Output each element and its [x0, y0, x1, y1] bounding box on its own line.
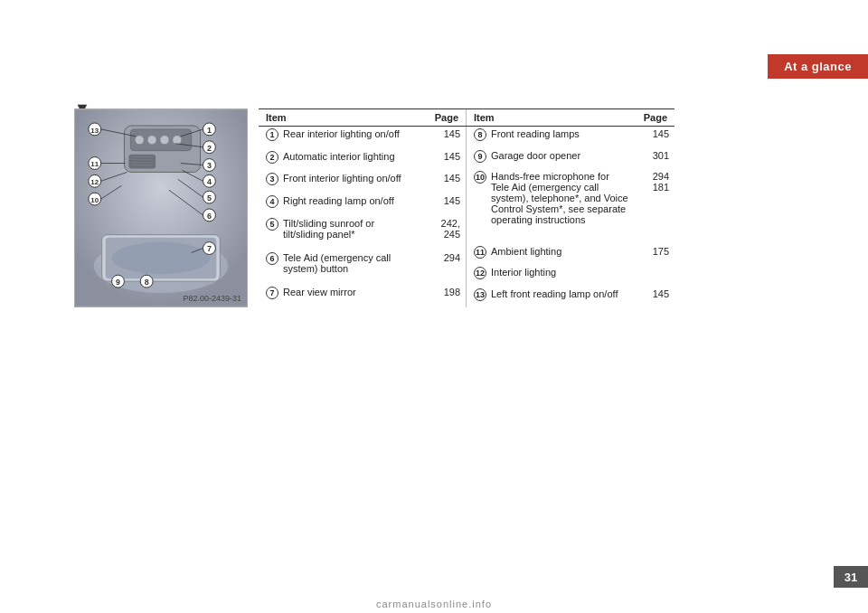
item-cell: 8Front reading lamps: [467, 127, 637, 143]
table-row: 7Rear view mirror198: [259, 285, 467, 307]
section-banner: At a glance: [768, 54, 868, 79]
page-cell: 294 181: [637, 169, 675, 244]
item-cell: 1Rear interior lighting on/off: [259, 127, 420, 143]
item-cell: 9Garage door opener: [467, 148, 637, 165]
page-cell: 242, 245: [420, 216, 467, 250]
table-row: 12Interior lighting: [467, 265, 675, 286]
svg-point-14: [160, 136, 169, 145]
svg-point-13: [147, 136, 156, 145]
svg-text:6: 6: [207, 212, 212, 221]
svg-text:13: 13: [90, 127, 99, 135]
page-number: 31: [834, 566, 868, 588]
item-label: Garage door opener: [491, 150, 629, 161]
item-cell: 3Front interior lighting on/off: [259, 171, 420, 187]
svg-text:4: 4: [207, 177, 212, 186]
page-cell: 145: [637, 287, 675, 307]
table-row: 11Ambient lighting175: [467, 244, 675, 265]
tables-area: Item Page 1Rear interior lighting on/off…: [259, 108, 675, 307]
svg-point-4: [112, 242, 211, 275]
item-label: Tele Aid (emergency call system) button: [283, 252, 412, 274]
table-row: 4Right reading lamp on/off145: [259, 193, 467, 216]
svg-text:11: 11: [90, 160, 99, 168]
item-label: Tilt/sliding sunroof or tilt/sliding pan…: [283, 218, 412, 240]
item-number: 7: [266, 287, 278, 299]
item-label: Rear interior lighting on/off: [283, 128, 412, 139]
page-cell: 145: [637, 127, 675, 148]
table-row: 9Garage door opener301: [467, 148, 675, 169]
left-table: Item Page 1Rear interior lighting on/off…: [259, 108, 467, 307]
svg-text:12: 12: [90, 178, 99, 186]
image-caption: P82.00-2439-31: [183, 294, 241, 303]
item-number: 12: [474, 267, 486, 279]
page-cell: 145: [420, 193, 467, 216]
page-cell: 198: [420, 285, 467, 307]
main-content: 1 2 3 4 5 6 7: [74, 108, 675, 307]
table-row: 5Tilt/sliding sunroof or tilt/sliding pa…: [259, 216, 467, 250]
table-row: 3Front interior lighting on/off145: [259, 171, 467, 193]
item-number: 1: [266, 128, 278, 141]
interior-image: 1 2 3 4 5 6 7: [74, 108, 248, 307]
svg-text:8: 8: [145, 278, 149, 287]
svg-rect-7: [128, 155, 156, 169]
item-label: Rear view mirror: [283, 287, 412, 297]
item-number: 6: [266, 252, 278, 265]
item-label: Front interior lighting on/off: [283, 173, 412, 184]
item-label: Left front reading lamp on/off: [491, 288, 629, 299]
item-cell: 11Ambient lighting: [467, 244, 637, 260]
item-label: Hands-free microphone for Tele Aid (emer…: [491, 171, 629, 225]
svg-text:1: 1: [207, 126, 212, 135]
item-number: 10: [474, 171, 486, 184]
item-label: Automatic interior lighting: [283, 151, 412, 162]
item-number: 5: [266, 218, 278, 231]
item-number: 13: [474, 288, 486, 301]
item-cell: 10Hands-free microphone for Tele Aid (em…: [467, 169, 637, 227]
watermark: carmanualsonline.info: [376, 599, 492, 609]
item-number: 11: [474, 246, 486, 259]
page-cell: 175: [637, 244, 675, 265]
item-cell: 7Rear view mirror: [259, 285, 420, 301]
item-label: Front reading lamps: [491, 128, 629, 139]
item-number: 9: [474, 150, 486, 163]
svg-text:7: 7: [207, 244, 212, 253]
table-row: 10Hands-free microphone for Tele Aid (em…: [467, 169, 675, 244]
page-cell: [637, 265, 675, 286]
page-cell: 145: [420, 149, 467, 172]
item-label: Interior lighting: [491, 267, 629, 278]
item-cell: 12Interior lighting: [467, 265, 637, 281]
right-table: Item Page 8Front reading lamps1459Garage…: [467, 108, 675, 307]
svg-text:3: 3: [207, 161, 212, 170]
table-row: 13Left front reading lamp on/off145: [467, 287, 675, 307]
svg-text:2: 2: [207, 144, 212, 153]
table-row: 2Automatic interior lighting145: [259, 149, 467, 172]
page-cell: 301: [637, 148, 675, 169]
table-row: 6Tele Aid (emergency call system) button…: [259, 250, 467, 285]
left-table-item-header: Item: [259, 109, 420, 127]
right-table-page-header: Page: [637, 109, 675, 127]
svg-point-15: [173, 136, 182, 145]
page-cell: 145: [420, 127, 467, 149]
svg-text:10: 10: [90, 196, 99, 204]
item-cell: 6Tele Aid (emergency call system) button: [259, 250, 420, 276]
left-table-page-header: Page: [420, 109, 467, 127]
svg-point-12: [135, 136, 144, 145]
item-number: 2: [266, 151, 278, 164]
page-cell: 145: [420, 171, 467, 193]
svg-text:9: 9: [116, 278, 120, 287]
svg-text:5: 5: [207, 193, 212, 203]
item-number: 4: [266, 195, 278, 208]
table-row: 8Front reading lamps145: [467, 127, 675, 148]
item-number: 3: [266, 173, 278, 185]
item-cell: 2Automatic interior lighting: [259, 149, 420, 165]
page-cell: 294: [420, 250, 467, 285]
table-row: 1Rear interior lighting on/off145: [259, 127, 467, 149]
right-table-item-header: Item: [467, 109, 637, 127]
item-cell: 13Left front reading lamp on/off: [467, 287, 637, 303]
item-label: Right reading lamp on/off: [283, 195, 412, 206]
item-cell: 4Right reading lamp on/off: [259, 193, 420, 210]
item-label: Ambient lighting: [491, 246, 629, 257]
item-cell: 5Tilt/sliding sunroof or tilt/sliding pa…: [259, 216, 420, 241]
item-number: 8: [474, 128, 486, 141]
